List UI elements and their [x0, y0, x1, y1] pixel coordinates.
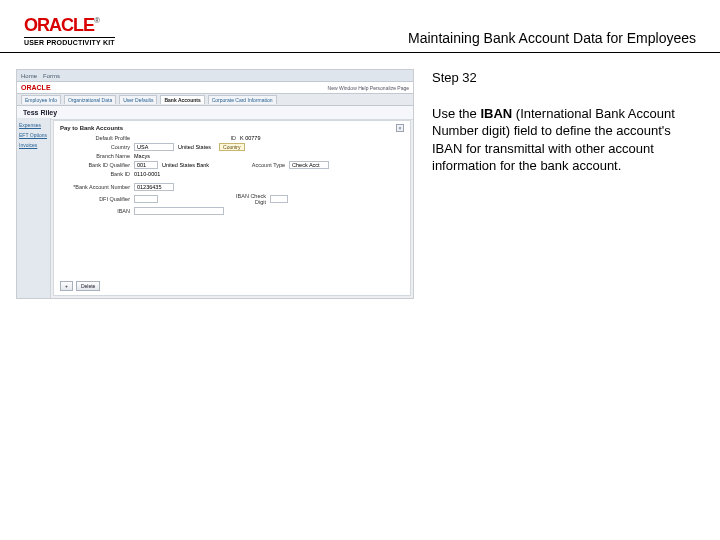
ss-tab-card[interactable]: Corporate Card Information [208, 95, 277, 104]
ss-panel-title: Pay to Bank Accounts [60, 125, 404, 131]
ss-brand-links: New Window Help Personalize Page [328, 85, 409, 91]
tag-country: Country [219, 143, 245, 151]
txt-bankidq: United States Bank [162, 162, 209, 168]
val-id: K 00779 [240, 135, 261, 141]
ss-side-invoices[interactable]: Invoices [19, 142, 48, 148]
ss-menu-home: Home [21, 73, 37, 79]
lbl-default: Default Profile [60, 135, 130, 141]
brand-logo: ORACLE® USER PRODUCTIVITY KIT [24, 16, 115, 46]
ss-tab-employee[interactable]: Employee Info [21, 95, 61, 104]
lbl-id: ID [218, 135, 236, 141]
app-screenshot: Home Forms ORACLE New Window Help Person… [16, 69, 414, 299]
ss-tab-bank[interactable]: Bank Accounts [160, 95, 204, 104]
ss-brand: ORACLE [21, 84, 51, 91]
step-text-pre: Use the [432, 106, 480, 121]
page-title: Maintaining Bank Account Data for Employ… [408, 30, 696, 46]
val-ban[interactable]: 01236435 [134, 183, 174, 191]
lbl-ban: *Bank Account Number [60, 184, 130, 190]
lbl-dfi: DFI Qualifier [60, 196, 130, 202]
val-ibanck[interactable] [270, 195, 288, 203]
oracle-wordmark: ORACLE [24, 15, 94, 35]
ss-side-eft[interactable]: EFT Options [19, 132, 48, 138]
val-branch: Macys [134, 153, 150, 159]
instruction-column: Step 32 Use the IBAN (International Bank… [432, 69, 704, 299]
iban-field[interactable] [134, 207, 224, 215]
ss-tabrow: Employee Info Organizational Data User D… [17, 94, 413, 106]
registered-mark: ® [94, 16, 100, 25]
ss-panel-bank: × Pay to Bank Accounts Default Profile I… [53, 120, 411, 296]
lbl-country: Country [60, 144, 130, 150]
step-text-bold: IBAN [480, 106, 512, 121]
ss-menu-forms: Forms [43, 73, 60, 79]
val-bankidq[interactable]: 001 [134, 161, 158, 169]
lbl-iban: IBAN [60, 208, 130, 214]
ss-brandbar: ORACLE New Window Help Personalize Page [17, 82, 413, 94]
val-bankid: 0110-0001 [134, 171, 160, 177]
add-button[interactable]: + [60, 281, 73, 291]
lbl-accttype: Account Type [241, 162, 285, 168]
ss-side-expenses[interactable]: Expenses [19, 122, 48, 128]
step-label: Step 32 [432, 69, 704, 87]
ss-tab-defaults[interactable]: User Defaults [119, 95, 157, 104]
lbl-bankid: Bank ID [60, 171, 130, 177]
ss-tab-org[interactable]: Organizational Data [64, 95, 116, 104]
lbl-bankidq: Bank ID Qualifier [60, 162, 130, 168]
txt-country: United States [178, 144, 211, 150]
lbl-branch: Branch Name [60, 153, 130, 159]
delete-button[interactable]: Delete [76, 281, 100, 291]
step-text: Use the IBAN (International Bank Account… [432, 105, 704, 175]
val-accttype[interactable]: Check Acct [289, 161, 329, 169]
lbl-ibanck: IBAN Check Digit [236, 193, 266, 205]
close-icon[interactable]: × [396, 124, 404, 132]
ss-sidebar: Expenses EFT Options Invoices [17, 118, 51, 298]
val-dfi[interactable] [134, 195, 158, 203]
upk-label: USER PRODUCTIVITY KIT [24, 37, 115, 46]
val-country[interactable]: USA [134, 143, 174, 151]
ss-menubar: Home Forms [17, 70, 413, 82]
